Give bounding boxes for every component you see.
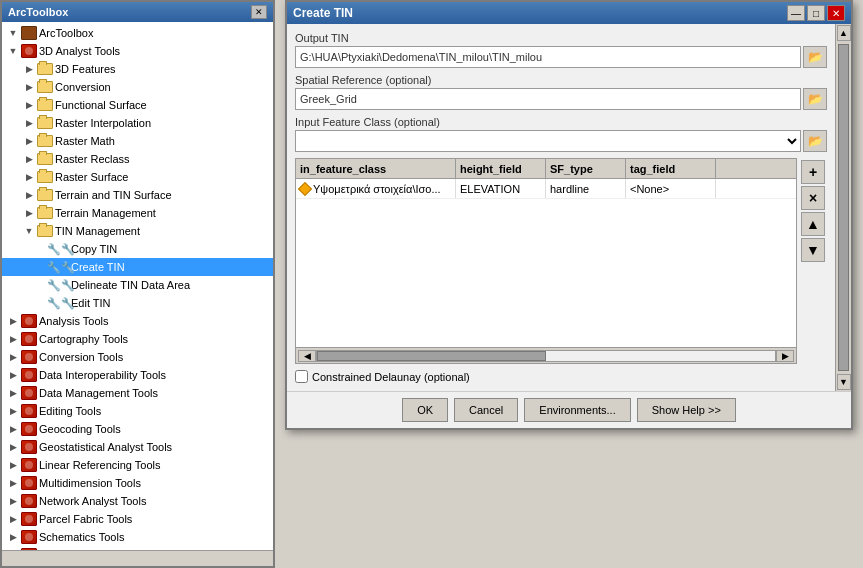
input-feature-group: Input Feature Class (optional) 📂: [295, 116, 827, 152]
ok-button[interactable]: OK: [402, 398, 448, 422]
tree-item-raster-surface[interactable]: Raster Surface: [2, 168, 273, 186]
tree-item-network[interactable]: Network Analyst Tools: [2, 492, 273, 510]
cancel-button[interactable]: Cancel: [454, 398, 518, 422]
expand-icon-cartography[interactable]: [6, 332, 20, 346]
input-feature-dropdown-wrapper: [295, 130, 801, 152]
input-feature-select[interactable]: [295, 130, 801, 152]
expand-icon-convtools[interactable]: [6, 350, 20, 364]
folder-icon-terraintin: [37, 187, 53, 203]
tree-item-geostatistical[interactable]: Geostatistical Analyst Tools: [2, 438, 273, 456]
expand-icon-functional[interactable]: [22, 98, 36, 112]
tree-item-data-mgmt[interactable]: Data Management Tools: [2, 384, 273, 402]
tree-item-conversion-tools[interactable]: Conversion Tools: [2, 348, 273, 366]
expand-icon-datainterop[interactable]: [6, 368, 20, 382]
table-row[interactable]: Υψομετρικά στοιχεία\Ισο... ELEVATION har…: [296, 179, 796, 199]
redbox-icon-linearref: [21, 457, 37, 473]
tree-item-raster-reclass[interactable]: Raster Reclass: [2, 150, 273, 168]
expand-icon-3dfeatures[interactable]: [22, 62, 36, 76]
expand-icon-datamgmt[interactable]: [6, 386, 20, 400]
expand-icon-network[interactable]: [6, 494, 20, 508]
tree-item-root[interactable]: ArcToolbox: [2, 24, 273, 42]
tree-item-schematics[interactable]: Schematics Tools: [2, 528, 273, 546]
expand-icon-schematics[interactable]: [6, 530, 20, 544]
close-dialog-button[interactable]: ✕: [827, 5, 845, 21]
folder-icon-rasterinterp: [37, 115, 53, 131]
tree-item-analysis[interactable]: Analysis Tools: [2, 312, 273, 330]
expand-icon-3d[interactable]: [6, 44, 20, 58]
expand-icon-terraintin[interactable]: [22, 188, 36, 202]
tree-item-data-interop[interactable]: Data Interoperability Tools: [2, 366, 273, 384]
minimize-button[interactable]: —: [787, 5, 805, 21]
expand-icon-rastermath[interactable]: [22, 134, 36, 148]
tree-item-edit-tin[interactable]: 🔧 Edit TIN: [2, 294, 273, 312]
tree-item-terrain-mgmt[interactable]: Terrain Management: [2, 204, 273, 222]
tree-item-copy-tin[interactable]: 🔧 Copy TIN: [2, 240, 273, 258]
spatial-ref-row: 📂: [295, 88, 827, 110]
grid-add-button[interactable]: +: [801, 160, 825, 184]
tree-item-raster-interp[interactable]: Raster Interpolation: [2, 114, 273, 132]
tool-icon-copytin: 🔧: [53, 241, 69, 257]
constrained-checkbox[interactable]: [295, 370, 308, 383]
expand-icon-geocoding[interactable]: [6, 422, 20, 436]
dialog-footer: OK Cancel Environments... Show Help >>: [287, 391, 851, 428]
tree-item-conversion[interactable]: Conversion: [2, 78, 273, 96]
expand-icon-multidim[interactable]: [6, 476, 20, 490]
expand-icon-terrainmgmt[interactable]: [22, 206, 36, 220]
expand-icon-analysis[interactable]: [6, 314, 20, 328]
tree-item-tin-mgmt[interactable]: TIN Management: [2, 222, 273, 240]
input-feature-browse-button[interactable]: 📂: [803, 130, 827, 152]
expand-icon-parcel[interactable]: [6, 512, 20, 526]
tree-item-raster-math[interactable]: Raster Math: [2, 132, 273, 150]
redbox-icon-datamgmt: [21, 385, 37, 401]
tree-item-3d-analyst[interactable]: 3D Analyst Tools: [2, 42, 273, 60]
grid-up-button[interactable]: ▲: [801, 212, 825, 236]
expand-icon-linearref[interactable]: [6, 458, 20, 472]
close-panel-button[interactable]: ✕: [251, 5, 267, 19]
spatial-ref-browse-button[interactable]: 📂: [803, 88, 827, 110]
hscroll-track[interactable]: [316, 350, 776, 362]
show-help-button[interactable]: Show Help >>: [637, 398, 736, 422]
tree-item-editing[interactable]: Editing Tools: [2, 402, 273, 420]
maximize-button[interactable]: □: [807, 5, 825, 21]
tree-item-3d-features[interactable]: 3D Features: [2, 60, 273, 78]
panel-scrollbar[interactable]: [2, 550, 273, 566]
expand-icon-root[interactable]: [6, 26, 20, 40]
grid-cell-height: ELEVATION: [456, 179, 546, 198]
dialog-scrollbar[interactable]: ▲ ▼: [835, 24, 851, 391]
tree-label-rasterinterp: Raster Interpolation: [55, 117, 151, 129]
output-tin-input[interactable]: [295, 46, 801, 68]
expand-icon-editing[interactable]: [6, 404, 20, 418]
tree-item-create-tin[interactable]: 🔧 Create TIN: [2, 258, 273, 276]
output-tin-browse-button[interactable]: 📂: [803, 46, 827, 68]
expand-icon-geostatistical[interactable]: [6, 440, 20, 454]
tree-item-delineate-tin[interactable]: 🔧 Delineate TIN Data Area: [2, 276, 273, 294]
hscroll-right-button[interactable]: ▶: [776, 350, 794, 362]
tree-label-geostatistical: Geostatistical Analyst Tools: [39, 441, 172, 453]
environments-button[interactable]: Environments...: [524, 398, 630, 422]
grid-down-button[interactable]: ▼: [801, 238, 825, 262]
create-tin-dialog: Create TIN — □ ✕ Output TIN 📂 Spatial Re…: [285, 0, 853, 430]
tree-item-parcel[interactable]: Parcel Fabric Tools: [2, 510, 273, 528]
hscroll-left-button[interactable]: ◀: [298, 350, 316, 362]
tree-item-multidim[interactable]: Multidimension Tools: [2, 474, 273, 492]
spatial-ref-input[interactable]: [295, 88, 801, 110]
tree-item-linear-ref[interactable]: Linear Referencing Tools: [2, 456, 273, 474]
tree-item-terrain-tin[interactable]: Terrain and TIN Surface: [2, 186, 273, 204]
expand-icon-conversion[interactable]: [22, 80, 36, 94]
vscroll-down-button[interactable]: ▼: [837, 374, 851, 390]
horizontal-scrollbar[interactable]: ◀ ▶: [296, 347, 796, 363]
tree-item-cartography[interactable]: Cartography Tools: [2, 330, 273, 348]
tree-item-geocoding[interactable]: Geocoding Tools: [2, 420, 273, 438]
dialog-content: Output TIN 📂 Spatial Reference (optional…: [287, 24, 835, 391]
grid-remove-button[interactable]: ×: [801, 186, 825, 210]
expand-icon-rastersurface[interactable]: [22, 170, 36, 184]
tree-item-functional-surface[interactable]: Functional Surface: [2, 96, 273, 114]
grid-side-buttons: + × ▲ ▼: [799, 158, 827, 364]
grid-header: in_feature_class height_field SF_type ta…: [296, 159, 796, 179]
tree-label-parcel: Parcel Fabric Tools: [39, 513, 132, 525]
vscroll-up-button[interactable]: ▲: [837, 25, 851, 41]
tree-container[interactable]: ArcToolbox 3D Analyst Tools 3D Features …: [2, 22, 273, 550]
expand-icon-tinmgmt[interactable]: [22, 224, 36, 238]
expand-icon-rasterreclass[interactable]: [22, 152, 36, 166]
expand-icon-rasterinterp[interactable]: [22, 116, 36, 130]
